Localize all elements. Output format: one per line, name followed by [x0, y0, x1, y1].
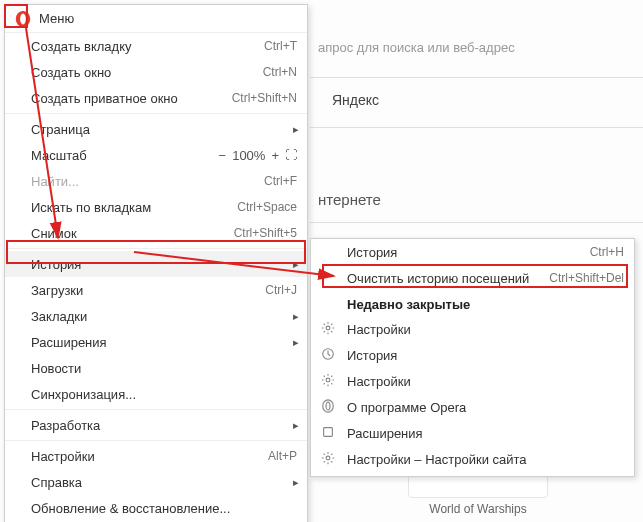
menu-separator: [5, 440, 307, 441]
menu-dev[interactable]: Разработка ▸: [5, 412, 307, 438]
chevron-right-icon: ▸: [293, 258, 299, 271]
label: О программе Opera: [347, 400, 624, 415]
menu-downloads[interactable]: Загрузки Ctrl+J: [5, 277, 307, 303]
menu-new-tab[interactable]: Создать вкладку Ctrl+T: [5, 33, 307, 59]
submenu-history[interactable]: История Ctrl+H: [311, 239, 634, 265]
label: Справка: [31, 475, 297, 490]
main-menu: Меню Создать вкладку Ctrl+T Создать окно…: [4, 4, 308, 522]
label: Синхронизация...: [31, 387, 297, 402]
menu-search-tabs[interactable]: Искать по вкладкам Ctrl+Space: [5, 194, 307, 220]
shortcut: Ctrl+Shift+N: [232, 91, 297, 105]
svg-rect-7: [324, 428, 333, 437]
recent-item[interactable]: История: [311, 342, 634, 368]
svg-point-8: [326, 456, 330, 460]
menu-update[interactable]: Обновление & восстановление...: [5, 495, 307, 521]
zoom-in-button[interactable]: +: [271, 148, 279, 163]
gear-icon: [321, 373, 337, 389]
menu-history[interactable]: История ▸: [5, 251, 307, 277]
menu-find[interactable]: Найти... Ctrl+F: [5, 168, 307, 194]
gear-icon: [321, 321, 337, 337]
shortcut: Ctrl+T: [264, 39, 297, 53]
label: Очистить историю посещений: [347, 271, 549, 286]
label: Создать приватное окно: [31, 91, 232, 106]
label: Расширения: [347, 426, 624, 441]
menu-help[interactable]: Справка ▸: [5, 469, 307, 495]
label: Масштаб: [31, 148, 219, 163]
chevron-right-icon: ▸: [293, 336, 299, 349]
label: Искать по вкладкам: [31, 200, 237, 215]
label: Найти...: [31, 174, 264, 189]
zoom-controls: − 100% + ⛶: [219, 148, 297, 163]
recent-heading: Недавно закрытые: [311, 291, 634, 316]
shortcut: Alt+P: [268, 449, 297, 463]
label: Расширения: [31, 335, 297, 350]
menu-extensions[interactable]: Расширения ▸: [5, 329, 307, 355]
shortcut: Ctrl+N: [263, 65, 297, 79]
menu-separator: [5, 409, 307, 410]
label: История: [347, 245, 590, 260]
chevron-right-icon: ▸: [293, 123, 299, 136]
recent-item[interactable]: Настройки – Настройки сайта: [311, 446, 634, 472]
recent-item[interactable]: О программе Opera: [311, 394, 634, 420]
label: История: [31, 257, 297, 272]
gear-icon: [321, 451, 337, 467]
svg-point-6: [326, 402, 330, 410]
bookmark-yandex[interactable]: Яндекс: [332, 92, 379, 108]
label: Создать окно: [31, 65, 263, 80]
divider: [310, 222, 643, 223]
label: Разработка: [31, 418, 297, 433]
menu-bookmarks[interactable]: Закладки ▸: [5, 303, 307, 329]
menu-header: Меню: [5, 5, 307, 33]
recent-item[interactable]: Настройки: [311, 368, 634, 394]
recent-item[interactable]: Расширения: [311, 420, 634, 446]
divider: [310, 77, 643, 78]
label: Настройки: [347, 322, 624, 337]
label: Создать вкладку: [31, 39, 264, 54]
submenu-clear-history[interactable]: Очистить историю посещений Ctrl+Shift+De…: [311, 265, 634, 291]
label: Снимок: [31, 226, 234, 241]
chevron-right-icon: ▸: [293, 419, 299, 432]
label: Закладки: [31, 309, 297, 324]
label: Обновление & восстановление...: [31, 501, 297, 516]
menu-new-private[interactable]: Создать приватное окно Ctrl+Shift+N: [5, 85, 307, 111]
label: История: [347, 348, 624, 363]
history-submenu: История Ctrl+H Очистить историю посещени…: [310, 238, 635, 477]
svg-point-2: [326, 326, 330, 330]
opera-icon: [321, 399, 337, 415]
menu-title: Меню: [39, 11, 74, 26]
zoom-out-button[interactable]: −: [219, 148, 227, 163]
label: Новости: [31, 361, 297, 376]
divider: [310, 127, 643, 128]
fullscreen-icon[interactable]: ⛶: [285, 148, 297, 162]
shortcut: Ctrl+Shift+Del: [549, 271, 624, 285]
menu-new-window[interactable]: Создать окно Ctrl+N: [5, 59, 307, 85]
recent-item[interactable]: Настройки: [311, 316, 634, 342]
clock-icon: [321, 347, 337, 363]
shortcut: Ctrl+Space: [237, 200, 297, 214]
chevron-right-icon: ▸: [293, 310, 299, 323]
menu-snapshot[interactable]: Снимок Ctrl+Shift+5: [5, 220, 307, 246]
label: Настройки: [31, 449, 268, 464]
shortcut: Ctrl+J: [265, 283, 297, 297]
label: Загрузки: [31, 283, 265, 298]
zoom-value: 100%: [232, 148, 265, 163]
label: Страница: [31, 122, 297, 137]
address-bar-placeholder[interactable]: апрос для поиска или веб-адрес: [318, 40, 515, 55]
menu-separator: [5, 248, 307, 249]
menu-news[interactable]: Новости: [5, 355, 307, 381]
chevron-right-icon: ▸: [293, 476, 299, 489]
shortcut: Ctrl+F: [264, 174, 297, 188]
svg-point-4: [326, 378, 330, 382]
svg-point-1: [20, 13, 26, 24]
tile-caption: World of Warships: [408, 502, 548, 516]
opera-icon[interactable]: [13, 9, 33, 29]
menu-page[interactable]: Страница ▸: [5, 116, 307, 142]
section-label: нтернете: [318, 191, 381, 208]
label: Настройки: [347, 374, 624, 389]
label: Настройки – Настройки сайта: [347, 452, 624, 467]
menu-settings[interactable]: Настройки Alt+P: [5, 443, 307, 469]
menu-zoom[interactable]: Масштаб − 100% + ⛶: [5, 142, 307, 168]
shortcut: Ctrl+Shift+5: [234, 226, 297, 240]
puzzle-icon: [321, 425, 337, 441]
menu-sync[interactable]: Синхронизация...: [5, 381, 307, 407]
